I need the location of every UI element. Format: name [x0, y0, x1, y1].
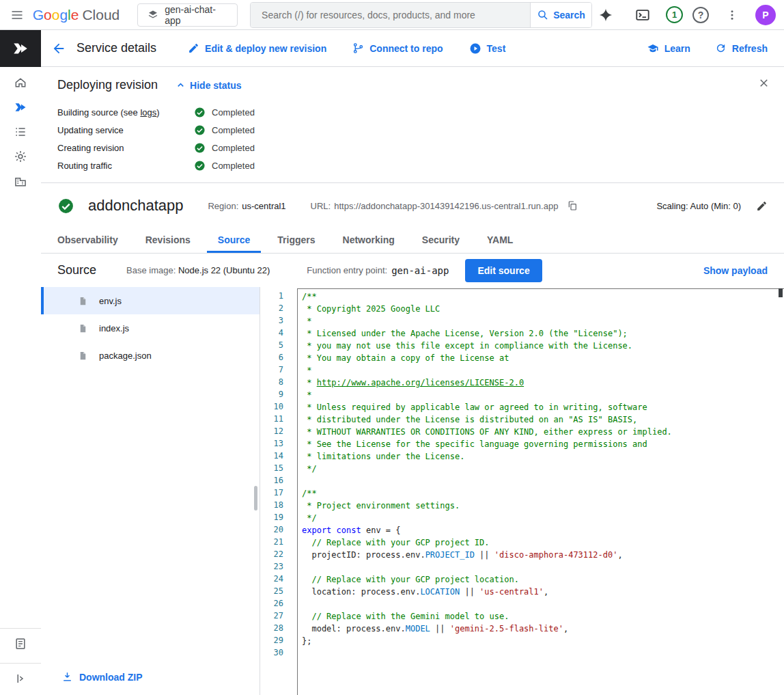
- download-zip-button[interactable]: Download ZIP: [41, 662, 260, 695]
- project-icon: [148, 9, 158, 21]
- sidebar-divider: [0, 628, 41, 629]
- line-number: 5: [260, 339, 283, 351]
- test-button[interactable]: Test: [469, 42, 506, 55]
- editor-scrollbar-thumb[interactable]: [779, 288, 783, 297]
- tab-networking[interactable]: Networking: [332, 228, 406, 253]
- code-line: *: [302, 315, 784, 327]
- user-avatar[interactable]: P: [755, 5, 776, 25]
- search-icon: [537, 9, 549, 21]
- sidebar-item-services-list[interactable]: [8, 120, 33, 144]
- step-status-text: Completed: [212, 125, 255, 135]
- line-number: 15: [260, 462, 283, 474]
- code-line: [302, 647, 784, 659]
- code-line: * Project environment settings.: [302, 500, 784, 512]
- gemini-spark-icon: [598, 8, 613, 23]
- sidebar-item-organization[interactable]: [8, 169, 33, 193]
- deploy-steps-list: Building source (see logs)CompletedUpdat…: [57, 103, 768, 174]
- deploy-step-label: Routing traffic: [57, 161, 194, 171]
- edit-scaling-pencil-icon: [756, 200, 768, 212]
- edit-source-button[interactable]: Edit source: [465, 259, 542, 282]
- code-line: /**: [302, 290, 784, 303]
- code-line: location: process.env.LOCATION || 'us-ce…: [302, 586, 784, 598]
- code-line: * distributed under the License is distr…: [302, 413, 784, 426]
- code-line: [302, 475, 784, 487]
- line-number: 11: [260, 413, 283, 425]
- scaling-label: Scaling:: [656, 201, 688, 211]
- code-line: * You may obtain a copy of the License a…: [302, 352, 784, 364]
- tab-revisions[interactable]: Revisions: [135, 228, 201, 253]
- cloud-console-page: Google Cloud gen-ai-chat-app Search: [0, 0, 784, 695]
- sidebar-item-home[interactable]: [8, 70, 33, 95]
- refresh-button[interactable]: Refresh: [715, 42, 768, 54]
- code-editor[interactable]: 1234567891011121314151617181920212223242…: [260, 287, 784, 695]
- file-name: index.js: [99, 323, 129, 333]
- tab-yaml[interactable]: YAML: [476, 228, 524, 253]
- search-input[interactable]: [251, 3, 530, 27]
- play-circle-icon: [469, 42, 481, 55]
- cloud-run-product-badge[interactable]: [0, 30, 41, 67]
- hide-status-label: Hide status: [190, 80, 241, 91]
- tab-security[interactable]: Security: [411, 228, 471, 253]
- deploy-step-status: Completed: [194, 142, 255, 154]
- main-content: Deploying revision Hide status Building …: [41, 67, 784, 695]
- learn-button[interactable]: Learn: [647, 42, 690, 55]
- tab-triggers[interactable]: Triggers: [266, 228, 326, 253]
- file-item-package.json[interactable]: package.json: [41, 342, 260, 369]
- file-item-index.js[interactable]: index.js: [41, 314, 260, 342]
- service-region: Region: us-central1: [208, 201, 285, 211]
- tab-source[interactable]: Source: [207, 228, 261, 253]
- source-title: Source: [57, 263, 96, 277]
- copy-url-button[interactable]: [567, 200, 578, 211]
- close-panel-button[interactable]: [757, 77, 770, 92]
- search-button[interactable]: Search: [530, 3, 591, 27]
- code-line: // Replace with your GCP project locatio…: [302, 573, 784, 586]
- cloud-shell-button[interactable]: [629, 1, 656, 29]
- test-label: Test: [487, 43, 506, 54]
- deploy-step-row: Updating serviceCompleted: [57, 121, 768, 139]
- gemini-button[interactable]: [592, 1, 619, 29]
- url-value[interactable]: https://addonchatapp-301439142196.us-cen…: [334, 201, 558, 211]
- code-line: *: [302, 364, 784, 377]
- code-content[interactable]: /** * Copyright 2025 Google LLC * * Lice…: [297, 288, 784, 695]
- service-scaling: Scaling: Auto (Min: 0): [656, 200, 768, 212]
- line-number: 2: [260, 302, 283, 314]
- back-button[interactable]: [45, 35, 72, 62]
- more-options-button[interactable]: [718, 1, 746, 29]
- file-list: env.jsindex.jspackage.json: [41, 287, 260, 369]
- repo-branch-icon: [352, 42, 364, 54]
- step-status-text: Completed: [212, 107, 255, 118]
- code-line: *: [302, 389, 784, 401]
- show-payload-link[interactable]: Show payload: [703, 265, 768, 276]
- sidebar-item-release-notes[interactable]: [8, 631, 33, 656]
- tab-observability[interactable]: Observability: [46, 228, 129, 253]
- file-item-env.js[interactable]: env.js: [41, 287, 260, 314]
- region-value: us-central1: [242, 201, 285, 211]
- connect-repo-button[interactable]: Connect to repo: [352, 42, 443, 54]
- deploy-step-status: Completed: [194, 124, 255, 136]
- logs-link[interactable]: logs: [140, 107, 156, 118]
- file-pane-scrollbar[interactable]: [254, 486, 257, 510]
- url-label: URL:: [311, 201, 331, 211]
- global-search: Search: [250, 2, 592, 28]
- google-cloud-logo[interactable]: Google Cloud: [33, 7, 120, 23]
- line-number: 24: [260, 573, 283, 585]
- hide-status-button[interactable]: Hide status: [176, 80, 241, 91]
- top-header: Google Cloud gen-ai-chat-app Search: [0, 0, 784, 30]
- sidebar-collapse-button[interactable]: [8, 666, 33, 691]
- code-line: * Copyright 2025 Google LLC: [302, 303, 784, 315]
- sidebar-item-cloud-run[interactable]: [8, 95, 33, 120]
- check-circle-icon: [194, 142, 206, 154]
- edit-deploy-button[interactable]: Edit & deploy new revision: [188, 42, 326, 54]
- download-zip-label: Download ZIP: [79, 672, 143, 683]
- sidebar-item-integrations[interactable]: [8, 144, 33, 169]
- line-number: 25: [260, 585, 283, 597]
- edit-scaling-button[interactable]: [756, 200, 768, 212]
- notification-badge[interactable]: 1: [666, 6, 683, 23]
- connect-repo-label: Connect to repo: [369, 43, 443, 54]
- help-button[interactable]: ?: [692, 7, 709, 23]
- line-number: 23: [260, 560, 283, 573]
- project-selector[interactable]: gen-ai-chat-app: [137, 3, 238, 27]
- hamburger-menu-button[interactable]: [4, 1, 30, 29]
- line-number: 3: [260, 314, 283, 327]
- line-number: 8: [260, 376, 283, 388]
